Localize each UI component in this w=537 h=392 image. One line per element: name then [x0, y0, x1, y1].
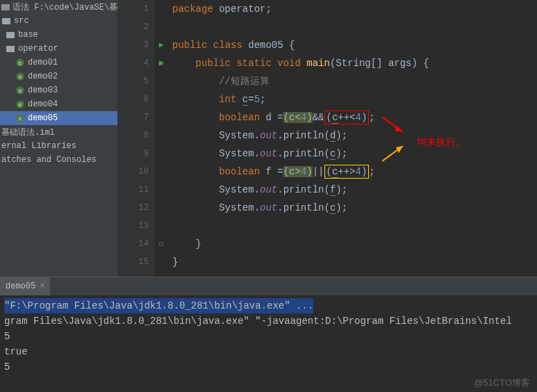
fold-end-icon: ⊟ [154, 235, 168, 253]
op-and: && [313, 112, 324, 123]
project-root[interactable]: 语法 F:\code\JavaSE\基础语法 [0, 0, 117, 14]
line-number: 5 [118, 72, 154, 90]
println: .println( [277, 202, 330, 213]
kw-boolean: boolean [219, 112, 260, 123]
console-cmd-highlight: "F:\Program Files\Java\jdk1.8.0_281\bin\… [4, 298, 313, 313]
kw-class: class [213, 40, 242, 51]
class-name: demo05 [248, 40, 283, 51]
var-f: f = [265, 166, 283, 177]
svg-text:c: c [19, 101, 22, 108]
line-number: 7 [118, 108, 154, 126]
kw-void: void [277, 58, 301, 69]
file-demo02[interactable]: c demo02 [0, 70, 117, 83]
svg-text:c: c [19, 115, 22, 122]
out-field: out [260, 202, 277, 213]
folder-label: operator [18, 44, 58, 54]
folder-icon [1, 2, 10, 12]
out-field: out [260, 148, 277, 159]
method-args: (String[] args) { [330, 58, 429, 69]
file-demo03[interactable]: c demo03 [0, 83, 117, 97]
line-number: 10 [118, 163, 154, 181]
console-tab-label: demo05 [6, 281, 35, 291]
var-d: d = [265, 112, 283, 123]
src-label: src [14, 16, 29, 26]
kw-public: public [172, 40, 207, 51]
var-c: c [242, 94, 248, 106]
num-5: 5 [254, 94, 260, 105]
highlight-red-box: (c++<4) [324, 111, 370, 124]
console-output[interactable]: "F:\Program Files\Java\jdk1.8.0_281\bin\… [0, 295, 537, 377]
console-line: true [4, 344, 533, 359]
op-or: || [313, 166, 324, 177]
src-folder[interactable]: src [0, 14, 117, 28]
base-folder[interactable]: base [0, 28, 117, 42]
sys: System. [219, 202, 260, 213]
svg-text:c: c [19, 74, 22, 80]
method-main: main [306, 58, 330, 69]
file-demo05[interactable]: c demo05 [0, 111, 117, 125]
external-libraries[interactable]: ernal Libraries [0, 139, 117, 153]
println: .println( [277, 130, 330, 141]
project-tree[interactable]: 语法 F:\code\JavaSE\基础语法 src base operator… [0, 0, 118, 277]
svg-rect-3 [6, 46, 15, 52]
line-number: 1 [118, 0, 154, 18]
watermark: @51CTO博客 [474, 377, 530, 389]
svg-marker-17 [396, 146, 403, 153]
code-editor[interactable]: 1 2 3▶ 4▶ 5 6 7 8 9 10 11 12 13 14 15 ⊟ … [118, 0, 537, 277]
kw-package: package [172, 3, 213, 15]
line-number: 13 [118, 217, 154, 235]
arg-d: d [330, 130, 336, 142]
scratches-consoles[interactable]: atches and Consoles [0, 153, 117, 167]
scratches-label: atches and Consoles [1, 155, 97, 165]
class-icon: c [15, 85, 25, 95]
console-line: gram Files\Java\jdk1.8.0_281\bin\java.ex… [4, 313, 533, 329]
line-number: 3▶ [118, 36, 154, 54]
sys: System. [219, 148, 260, 159]
file-label: demo03 [28, 85, 58, 95]
kw-public: public [196, 58, 231, 69]
console-tab[interactable]: demo05 × [0, 277, 50, 295]
class-icon: c [15, 99, 25, 109]
run-console[interactable]: demo05 × "F:\Program Files\Java\jdk1.8.0… [0, 277, 537, 392]
line-number: 6 [118, 90, 154, 108]
file-demo01[interactable]: c demo01 [0, 56, 117, 70]
operator-folder[interactable]: operator [0, 42, 117, 56]
svg-text:c: c [19, 60, 22, 66]
iml-label: 基础语法.iml [1, 126, 55, 138]
out-field: out [260, 184, 277, 195]
line-number: 11 [118, 181, 154, 199]
println: .println( [277, 148, 330, 159]
class-icon: c [15, 58, 25, 67]
comment: //短路运算 [219, 76, 270, 87]
annotation-arrow-yellow [382, 146, 410, 167]
arg-c: c [330, 202, 336, 214]
println: .println( [277, 184, 330, 195]
svg-text:c: c [19, 88, 22, 94]
highlight-yellow-box: (c++>4) [324, 165, 370, 179]
class-icon: c [15, 113, 25, 123]
file-label: demo02 [28, 72, 58, 81]
svg-rect-0 [1, 4, 10, 10]
console-line: 5 [4, 359, 533, 375]
iml-file[interactable]: 基础语法.iml [0, 125, 117, 139]
run-gutter-icon[interactable]: ▶ [159, 54, 164, 72]
sys: System. [219, 130, 260, 141]
console-tab-bar: demo05 × [0, 277, 537, 295]
folder-label: base [18, 30, 38, 40]
file-label: demo01 [28, 58, 58, 67]
kw-boolean: boolean [219, 166, 260, 177]
svg-rect-1 [2, 18, 10, 24]
line-gutter: 1 2 3▶ 4▶ 5 6 7 8 9 10 11 12 13 14 15 [118, 0, 154, 277]
ext-libs-label: ernal Libraries [1, 141, 76, 151]
close-icon[interactable]: × [40, 281, 44, 291]
run-gutter-icon[interactable]: ▶ [159, 36, 164, 54]
console-line: 5 [4, 329, 533, 344]
folder-icon [6, 44, 15, 54]
class-icon: c [15, 72, 25, 81]
code-area[interactable]: package operator; public class demo05 { … [168, 0, 537, 277]
out-field: out [260, 130, 277, 141]
svg-rect-2 [6, 32, 15, 38]
line-number: 14 [118, 235, 154, 253]
arg-f: f [330, 184, 336, 196]
file-demo04[interactable]: c demo04 [0, 97, 117, 111]
